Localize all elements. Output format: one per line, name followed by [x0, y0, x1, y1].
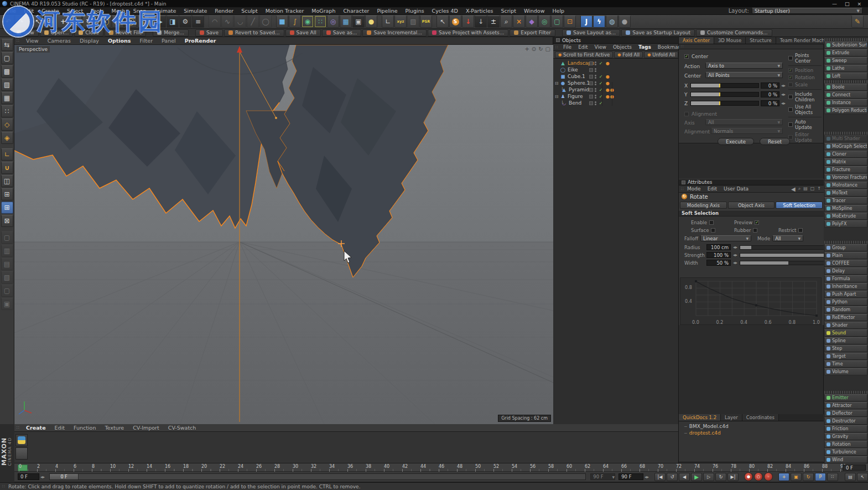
- menu-item[interactable]: Window: [520, 8, 548, 14]
- network-sphere-icon[interactable]: ◍: [606, 16, 618, 28]
- end-frame-field[interactable]: 90 F: [618, 473, 643, 480]
- power-slider-grip[interactable]: 0 F: [50, 474, 79, 479]
- viewport-pan-icon[interactable]: +: [524, 46, 529, 52]
- turbulence-button[interactable]: Turbulence: [824, 448, 867, 456]
- falloff-curve-graph[interactable]: 0.8 0.4 0.00.20.40.60.81.0: [680, 277, 822, 325]
- render-view-icon[interactable]: ▶: [154, 16, 166, 28]
- objects-menu-item[interactable]: Edit: [575, 44, 591, 50]
- tree-row-landscape[interactable]: ▲ Landscape ✓ ●: [553, 60, 678, 66]
- viewport-view-label[interactable]: Perspective: [17, 46, 50, 53]
- tool-tab[interactable]: Modeling Axis: [680, 202, 727, 209]
- inactive-tool-icon[interactable]: ▢: [1, 231, 13, 244]
- layer-chip[interactable]: [589, 68, 593, 72]
- up-icon[interactable]: ↑: [817, 186, 821, 192]
- quickdocs-tab[interactable]: Coordinates: [742, 414, 779, 421]
- file-toolbar-button[interactable]: Merge...: [153, 29, 189, 37]
- expand-icon[interactable]: ×: [513, 16, 525, 28]
- spline-effector-button[interactable]: Spline: [824, 337, 867, 344]
- falloff-dropdown[interactable]: Linear▼: [700, 235, 751, 241]
- push-apart-effector-button[interactable]: Push Apart: [824, 291, 867, 298]
- axis-value-field[interactable]: 0 %: [761, 82, 779, 89]
- reset-button[interactable]: Reset: [760, 138, 790, 145]
- center-dropdown[interactable]: All Points▼: [705, 72, 783, 78]
- loft-button[interactable]: Loft: [824, 73, 867, 80]
- axis-mode-icon[interactable]: ∟: [1, 148, 13, 161]
- mograph-selection-button[interactable]: MoGraph Selection: [824, 143, 867, 150]
- record-scale-toggle[interactable]: ▣: [791, 473, 802, 481]
- close-button[interactable]: ×: [857, 1, 861, 7]
- file-toolbar-button[interactable]: Export Filter: [510, 29, 555, 37]
- menu-item[interactable]: Select: [63, 8, 87, 14]
- file-toolbar-button[interactable]: Save as...: [322, 29, 362, 37]
- visibility-dots[interactable]: [595, 88, 596, 92]
- attractor-button[interactable]: Attractor: [824, 402, 867, 409]
- menu-item[interactable]: Render: [211, 8, 237, 14]
- inactive-tool-icon[interactable]: ▥: [1, 245, 13, 257]
- quickdocs-tab[interactable]: QuickDocs 1.2: [679, 414, 721, 421]
- render-settings-icon[interactable]: ⚙: [179, 16, 191, 28]
- execute-button[interactable]: Execute: [718, 138, 754, 145]
- render-region-icon[interactable]: ◨: [167, 16, 179, 28]
- inactive-tool-icon[interactable]: ▣: [1, 298, 13, 310]
- menu-item[interactable]: Plugins: [402, 8, 428, 14]
- visibility-dots[interactable]: [595, 95, 596, 99]
- material-menu-item[interactable]: CV-Swatch: [164, 425, 201, 431]
- redo-icon[interactable]: ↷: [15, 16, 27, 28]
- phong-tag-icon[interactable]: ●: [606, 61, 610, 66]
- rotate-icon[interactable]: ↻: [82, 16, 95, 28]
- coffee-effector-button[interactable]: COFFEE: [824, 260, 867, 267]
- camera-icon[interactable]: ▣: [352, 16, 365, 28]
- lock-z-axis-icon[interactable]: Z: [124, 16, 137, 28]
- xparticles-icon[interactable]: J: [580, 16, 592, 28]
- render-preview-button[interactable]: ▤: [845, 473, 856, 481]
- time-effector-button[interactable]: Time: [824, 360, 867, 368]
- phong-tag-icon[interactable]: ●●: [606, 94, 615, 99]
- menu-item[interactable]: File: [3, 8, 20, 14]
- plain-effector-button[interactable]: Plain: [824, 252, 867, 259]
- polyfx-button[interactable]: PolyFX: [824, 220, 867, 228]
- subdivision-surface-button[interactable]: Subdivision Surfac: [824, 42, 867, 49]
- volume-effector-button[interactable]: Volume: [824, 368, 867, 375]
- file-toolbar-button[interactable]: Save: [195, 29, 223, 37]
- live-selection-icon[interactable]: ↖: [32, 16, 44, 28]
- objects-menu-item[interactable]: View: [591, 44, 610, 50]
- menu-item[interactable]: Edit: [20, 8, 38, 14]
- restrict-checkbox[interactable]: [798, 228, 803, 233]
- workplane-snap-icon[interactable]: ◫: [1, 175, 13, 187]
- add-cube-icon[interactable]: ■: [276, 16, 288, 28]
- menu-item[interactable]: X-Particles: [462, 8, 497, 14]
- menu-item[interactable]: Script: [497, 8, 520, 14]
- enable-checkbox[interactable]: [709, 220, 714, 225]
- target-effector-button[interactable]: Target: [824, 353, 867, 360]
- model-mode-icon[interactable]: ▢: [1, 52, 13, 64]
- menu-item[interactable]: Character: [339, 8, 373, 14]
- transform-checkbox[interactable]: ✓Rotation: [788, 75, 822, 80]
- stepper-icon[interactable]: ◂▸: [644, 474, 649, 479]
- floor-icon[interactable]: ▦: [340, 16, 352, 28]
- enabled-check-icon[interactable]: ✓: [598, 101, 604, 106]
- file-toolbar-button[interactable]: Save Project with Assets...: [428, 29, 508, 37]
- customize-palettes-icon[interactable]: ✎: [851, 16, 864, 28]
- workplane-paint-icon[interactable]: ▨: [1, 79, 13, 91]
- objects-menu-item[interactable]: Tags: [635, 44, 654, 50]
- lathe-button[interactable]: Lathe: [824, 65, 867, 72]
- magnify-icon[interactable]: ⌕: [500, 16, 512, 28]
- menu-item[interactable]: Pipeline: [373, 8, 401, 14]
- pointer-button[interactable]: ↖: [857, 473, 868, 481]
- polygon-reduction-button[interactable]: Polygon Reduction: [824, 107, 867, 114]
- visibility-dots[interactable]: [595, 101, 596, 105]
- snap-disabled-icon[interactable]: ▨: [407, 16, 419, 28]
- shader-effector-button[interactable]: Shader: [824, 322, 867, 329]
- tracer-button[interactable]: Tracer: [824, 197, 867, 204]
- connect-button[interactable]: Connect: [824, 91, 867, 99]
- pick-icon[interactable]: ↖: [436, 16, 449, 28]
- stepper-icon[interactable]: ◂▸: [781, 92, 786, 97]
- quickdocs-tab[interactable]: Layer: [721, 414, 742, 421]
- viewport-menu-item[interactable]: Panel: [157, 38, 180, 44]
- menu-item[interactable]: Simulate: [180, 8, 211, 14]
- metaball-icon[interactable]: ◎: [327, 16, 339, 28]
- matrix-button[interactable]: Matrix: [824, 158, 867, 166]
- viewport-canvas[interactable]: Grid Spacing : 62 cm: [14, 45, 553, 424]
- go-to-next-frame-button[interactable]: ▷: [703, 473, 714, 481]
- points-center-checkbox[interactable]: Points Center: [788, 53, 822, 64]
